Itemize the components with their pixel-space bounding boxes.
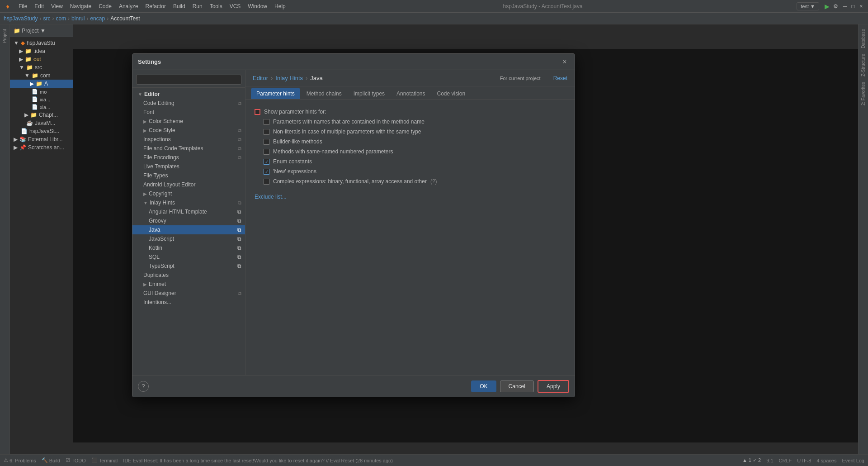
- status-event-log[interactable]: Event Log: [842, 458, 864, 463]
- content-breadcrumb-inlay-hints[interactable]: Inlay Hints: [275, 75, 303, 81]
- debug-button[interactable]: ⚙: [833, 3, 838, 10]
- close-button[interactable]: ×: [858, 3, 864, 10]
- tree-item-src[interactable]: ▼📁src: [10, 63, 73, 71]
- complex-expressions-help-icon[interactable]: (?): [430, 178, 437, 185]
- nav-item-color-scheme[interactable]: ▶ Color Scheme: [132, 117, 245, 126]
- tree-item-xia1[interactable]: 📄xia...: [10, 95, 73, 103]
- status-terminal[interactable]: ⬛ Terminal: [91, 457, 118, 463]
- ok-button[interactable]: OK: [471, 380, 496, 392]
- tree-item-xia2[interactable]: 📄xia...: [10, 103, 73, 111]
- menu-window[interactable]: Window: [245, 2, 270, 11]
- menu-navigate[interactable]: Navigate: [67, 2, 94, 11]
- menu-tools[interactable]: Tools: [207, 2, 226, 11]
- nav-item-file-code-templates[interactable]: File and Code Templates ⧉: [132, 144, 245, 153]
- non-literals-checkbox[interactable]: [264, 129, 269, 135]
- for-current-project-link[interactable]: For current project: [500, 76, 541, 81]
- nav-item-live-templates[interactable]: Live Templates: [132, 162, 245, 171]
- tab-implicit-types[interactable]: Implicit types: [348, 88, 390, 99]
- complex-expressions-checkbox[interactable]: [264, 179, 269, 185]
- nav-item-inspections[interactable]: Inspections ⧉: [132, 135, 245, 144]
- project-panel-toggle[interactable]: Project: [1, 26, 8, 46]
- tree-item-idea[interactable]: ▶📁.idea: [10, 47, 73, 55]
- menu-view[interactable]: View: [48, 2, 66, 11]
- tree-item-chap[interactable]: ▶📁Chapt...: [10, 111, 73, 119]
- exclude-list-link[interactable]: Exclude list...: [255, 194, 287, 200]
- nav-editor-header[interactable]: ▼ Editor: [132, 90, 245, 99]
- menu-vcs[interactable]: VCS: [226, 2, 244, 11]
- nav-subitem-sql[interactable]: SQL ⧉: [132, 252, 245, 262]
- nav-item-font[interactable]: Font: [132, 108, 245, 117]
- nav-item-copyright[interactable]: ▶ Copyright: [132, 189, 245, 198]
- content-breadcrumb-editor[interactable]: Editor: [253, 75, 268, 81]
- settings-search-input[interactable]: [136, 75, 241, 85]
- maximize-button[interactable]: □: [850, 3, 856, 10]
- database-panel-toggle[interactable]: Database: [860, 26, 867, 51]
- tree-item-mo[interactable]: 📄mo: [10, 88, 73, 95]
- nav-subitem-angular[interactable]: Angular HTML Template ⧉: [132, 207, 245, 216]
- nav-subitem-kotlin[interactable]: Kotlin ⧉: [132, 243, 245, 252]
- nav-subitem-typescript[interactable]: TypeScript ⧉: [132, 262, 245, 271]
- breadcrumb-project[interactable]: hspJavaStudy: [4, 15, 38, 22]
- status-build[interactable]: 🔨 Build: [42, 457, 60, 463]
- tree-item-hsp[interactable]: 📄hspJavaSt...: [10, 127, 73, 135]
- status-todo[interactable]: ☑ TODO: [66, 457, 86, 463]
- run-config[interactable]: test ▼: [797, 2, 819, 10]
- nav-item-intentions[interactable]: Intentions...: [132, 298, 245, 307]
- menu-file[interactable]: File: [15, 2, 30, 11]
- nav-item-emmet[interactable]: ▶ Emmet: [132, 280, 245, 289]
- apply-button[interactable]: Apply: [538, 380, 569, 393]
- numbered-params-checkbox[interactable]: [264, 149, 269, 155]
- breadcrumb-file[interactable]: AccountTest: [110, 15, 140, 22]
- nav-item-file-types[interactable]: File Types: [132, 171, 245, 180]
- nav-subitem-javascript[interactable]: JavaScript ⧉: [132, 234, 245, 243]
- enum-constants-checkbox[interactable]: [264, 159, 269, 165]
- tree-item-scratches[interactable]: ▶📌Scratches an...: [10, 143, 73, 152]
- help-button[interactable]: ?: [138, 381, 149, 392]
- nav-item-file-encodings[interactable]: File Encodings ⧉: [132, 153, 245, 162]
- reset-button[interactable]: Reset: [553, 75, 567, 81]
- tree-item-com[interactable]: ▼📁com: [10, 71, 73, 80]
- cancel-button[interactable]: Cancel: [500, 380, 534, 392]
- menu-code[interactable]: Code: [95, 2, 115, 11]
- tab-parameter-hints[interactable]: Parameter hints: [251, 88, 300, 99]
- tab-code-vision[interactable]: Code vision: [432, 88, 471, 99]
- tree-item-external[interactable]: ▶📚External Libr...: [10, 135, 73, 143]
- run-button[interactable]: ▶: [825, 3, 830, 10]
- breadcrumb-binrui[interactable]: binrui: [71, 15, 85, 22]
- status-position[interactable]: 9:1: [766, 458, 773, 463]
- menu-help[interactable]: Help: [271, 2, 289, 11]
- menu-build[interactable]: Build: [170, 2, 189, 11]
- tree-item-out[interactable]: ▶📁out: [10, 55, 73, 63]
- tree-item-root[interactable]: ▼◆hspJavaStu: [10, 39, 73, 47]
- breadcrumb-encap[interactable]: encap: [90, 15, 105, 22]
- nav-subitem-java[interactable]: Java ⧉: [132, 225, 245, 234]
- favorites-panel-toggle[interactable]: 2: Favorites: [860, 79, 867, 108]
- breadcrumb-com[interactable]: com: [56, 15, 66, 22]
- status-problems[interactable]: ⚠ 6: Problems: [4, 457, 36, 463]
- menu-edit[interactable]: Edit: [31, 2, 47, 11]
- structure-panel-toggle[interactable]: Z-Structure: [860, 51, 867, 79]
- nav-subitem-groovy[interactable]: Groovy ⧉: [132, 216, 245, 225]
- nav-item-code-editing[interactable]: Code Editing ⧉: [132, 99, 245, 108]
- tree-item-bin[interactable]: ▶📁A: [10, 80, 73, 88]
- nav-item-android-layout[interactable]: Android Layout Editor: [132, 180, 245, 189]
- status-crlf[interactable]: CRLF: [779, 458, 792, 463]
- menu-refactor[interactable]: Refactor: [142, 2, 169, 11]
- nav-item-duplicates[interactable]: Duplicates: [132, 271, 245, 280]
- nav-item-code-style[interactable]: ▶ Code Style ⧉: [132, 126, 245, 135]
- dialog-close-button[interactable]: ×: [560, 57, 569, 67]
- builder-methods-checkbox[interactable]: [264, 139, 269, 145]
- nav-item-inlay-hints[interactable]: ▼ Inlay Hints ⧉: [132, 198, 245, 207]
- status-indent[interactable]: 4 spaces: [816, 458, 836, 463]
- tab-annotations[interactable]: Annotations: [391, 88, 430, 99]
- nav-item-gui-designer[interactable]: GUI Designer ⧉: [132, 289, 245, 298]
- tab-method-chains[interactable]: Method chains: [301, 88, 347, 99]
- menu-run[interactable]: Run: [189, 2, 206, 11]
- menu-analyze[interactable]: Analyze: [116, 2, 142, 11]
- new-expressions-checkbox[interactable]: [264, 169, 269, 175]
- show-param-hints-checkbox[interactable]: [255, 109, 260, 115]
- tree-item-java[interactable]: ☕JavaM...: [10, 119, 73, 127]
- breadcrumb-src[interactable]: src: [43, 15, 50, 22]
- status-encoding[interactable]: UTF-8: [797, 458, 811, 463]
- minimize-button[interactable]: ─: [842, 3, 848, 10]
